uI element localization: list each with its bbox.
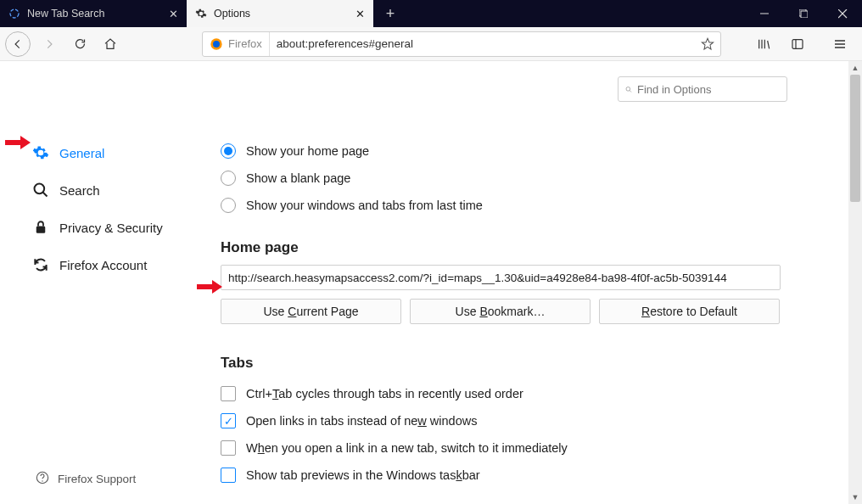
radio-show-blank[interactable]: Show a blank page [221, 165, 838, 192]
check-open-links-tabs[interactable]: ✓ Open links in tabs instead of new wind… [221, 407, 838, 434]
use-bookmark-button[interactable]: Use Bookmark… [410, 299, 591, 324]
radio-icon [221, 198, 236, 213]
sidebar-support-link[interactable]: Firefox Support [0, 471, 212, 487]
sidebar-item-privacy[interactable]: Privacy & Security [0, 209, 212, 246]
tabs-heading: Tabs [221, 324, 838, 380]
sidebar-item-general[interactable]: General [0, 134, 212, 171]
back-button[interactable] [5, 31, 31, 57]
library-icon[interactable] [752, 32, 775, 56]
tab-options[interactable]: Options ✕ [187, 0, 373, 27]
svg-line-16 [630, 90, 631, 92]
svg-point-10 [35, 184, 45, 194]
close-icon[interactable]: ✕ [169, 8, 178, 20]
sidebar-item-label: Firefox Account [59, 258, 147, 272]
find-input[interactable] [637, 83, 780, 96]
sidebar-item-account[interactable]: Firefox Account [0, 246, 212, 283]
gear-icon [195, 8, 207, 20]
url-bar[interactable]: Firefox [202, 31, 721, 57]
close-window-button[interactable] [823, 0, 862, 27]
tab-title: Options [214, 8, 349, 20]
bookmark-star-icon[interactable] [695, 37, 720, 51]
radio-icon [221, 171, 236, 186]
support-label: Firefox Support [58, 473, 136, 485]
menu-icon[interactable] [828, 32, 852, 56]
checkbox-icon [221, 468, 236, 483]
check-taskbar-previews[interactable]: Show tab previews in the Windows taskbar [221, 462, 838, 489]
check-label: Open links in tabs instead of new window… [246, 414, 477, 428]
svg-rect-8 [792, 39, 803, 48]
check-label: Show tab previews in the Windows taskbar [246, 468, 480, 482]
scroll-thumb[interactable] [850, 75, 860, 202]
checkbox-icon [221, 386, 236, 401]
minimize-button[interactable] [745, 0, 784, 27]
new-tab-button[interactable]: + [373, 0, 407, 27]
identity-label: Firefox [228, 37, 262, 50]
forward-button[interactable] [37, 32, 61, 56]
sidebar-item-search[interactable]: Search [0, 171, 212, 209]
restore-default-button[interactable]: Restore to Default [599, 299, 780, 324]
reload-button[interactable] [68, 32, 92, 56]
svg-rect-12 [36, 227, 46, 233]
sync-icon [32, 256, 49, 273]
check-label: When you open a link in a new tab, switc… [246, 441, 568, 455]
svg-point-14 [42, 480, 42, 481]
search-icon [625, 84, 632, 95]
gear-icon [32, 144, 49, 161]
search-icon [32, 182, 49, 199]
radio-show-home[interactable]: Show your home page [221, 137, 838, 165]
scroll-up-icon[interactable]: ▲ [848, 61, 862, 75]
preferences-main: Show your home page Show a blank page Sh… [212, 61, 862, 504]
nav-toolbar: Firefox [0, 27, 862, 61]
close-icon[interactable]: ✕ [355, 8, 365, 20]
firefox-icon [210, 37, 223, 51]
content-area: General Search Privacy & Security Firefo… [0, 61, 862, 504]
homepage-heading: Home page [221, 219, 838, 265]
preferences-sidebar: General Search Privacy & Security Firefo… [0, 61, 212, 504]
svg-point-7 [213, 41, 220, 48]
scroll-track[interactable] [848, 75, 862, 490]
scroll-down-icon[interactable]: ▼ [848, 490, 862, 504]
window-controls [745, 0, 862, 27]
tab-title: New Tab Search [27, 8, 162, 20]
scrollbar[interactable]: ▲ ▼ [848, 61, 862, 504]
radio-restore-session[interactable]: Show your windows and tabs from last tim… [221, 192, 838, 219]
use-current-page-button[interactable]: Use Current Page [221, 299, 401, 324]
sidebar-item-label: Privacy & Security [59, 221, 163, 235]
sidebar-icon[interactable] [786, 32, 809, 56]
sidebar-item-label: Search [59, 183, 100, 198]
svg-line-11 [43, 193, 48, 197]
radio-label: Show your home page [246, 144, 369, 158]
check-switch-immediately[interactable]: When you open a link in a new tab, switc… [221, 434, 838, 462]
homepage-url-input[interactable] [221, 265, 781, 290]
check-label: Ctrl+Tab cycles through tabs in recently… [246, 387, 523, 400]
identity-box[interactable]: Firefox [203, 32, 270, 56]
lock-icon [32, 219, 49, 236]
check-ctrltab[interactable]: Ctrl+Tab cycles through tabs in recently… [221, 380, 838, 407]
help-icon [36, 471, 49, 487]
radio-icon [221, 143, 236, 159]
radio-label: Show your windows and tabs from last tim… [246, 199, 483, 212]
checkbox-icon [221, 440, 236, 456]
svg-point-15 [626, 87, 630, 91]
tab-favicon [8, 8, 20, 20]
tab-new-tab-search[interactable]: New Tab Search ✕ [0, 0, 187, 27]
home-button[interactable] [98, 32, 122, 56]
checkbox-icon: ✓ [221, 413, 236, 428]
svg-point-0 [10, 9, 19, 18]
maximize-button[interactable] [784, 0, 823, 27]
titlebar: New Tab Search ✕ Options ✕ + [0, 0, 862, 27]
sidebar-item-label: General [59, 146, 104, 160]
svg-rect-3 [801, 11, 808, 18]
url-input[interactable] [270, 37, 695, 50]
find-in-options[interactable] [618, 76, 787, 102]
radio-label: Show a blank page [246, 171, 350, 185]
